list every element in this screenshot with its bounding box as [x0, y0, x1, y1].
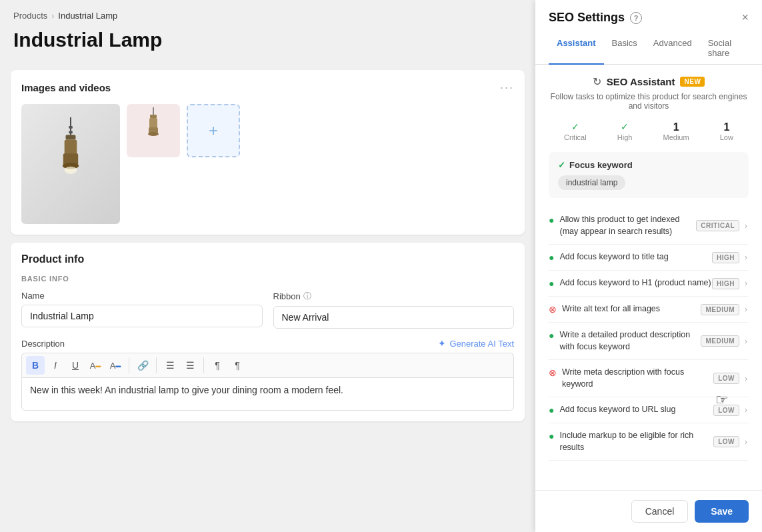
task-index-badge: CRITICAL [696, 220, 739, 231]
toolbar-separator-2 [156, 357, 157, 373]
seo-panel: SEO Settings ? × Assistant Basics Advanc… [535, 0, 762, 532]
name-input[interactable] [21, 305, 263, 327]
images-card: Images and videos ··· [11, 70, 525, 235]
svg-rect-9 [150, 115, 157, 118]
seo-close-button[interactable]: × [741, 11, 749, 25]
task-meta-right: LOW › [713, 373, 749, 385]
images-card-title: Images and videos [21, 82, 111, 93]
generate-ai-button[interactable]: ✦ Generate AI Text [438, 338, 514, 349]
product-thumbnail[interactable] [127, 104, 180, 157]
seo-header: SEO Settings ? × [535, 0, 762, 25]
task-slug-badge: LOW [713, 405, 739, 416]
task-alt-expand[interactable]: › [743, 303, 749, 315]
high-check-icon: ✓ [617, 121, 633, 132]
focus-keyword-title: ✓ Focus keyword [558, 160, 739, 170]
seo-footer: Cancel Save [535, 490, 762, 532]
ordered-list-button[interactable]: ☰ [181, 356, 199, 375]
task-title-tag: ● Add focus keyword to title tag HIGH › [549, 245, 749, 271]
critical-check-icon: ✓ [564, 121, 587, 132]
unordered-list-button[interactable]: ☰ [161, 356, 179, 375]
highlight-button[interactable]: A▬ [86, 356, 105, 375]
task-index-left: ● Allow this product to get indexed (may… [549, 214, 696, 237]
low-label: Low [720, 133, 733, 141]
align-right-button[interactable]: ¶ [228, 356, 247, 375]
task-title-expand[interactable]: › [743, 251, 749, 263]
page-title: Industrial Lamp [0, 26, 535, 62]
task-desc-text: Write a detailed product description wit… [559, 329, 701, 353]
ribbon-input[interactable] [273, 306, 515, 329]
task-index-icon: ● [549, 215, 554, 225]
cancel-button[interactable]: Cancel [631, 500, 689, 523]
underline-button[interactable]: U [66, 356, 85, 375]
text-color-button[interactable]: A▬ [106, 356, 125, 375]
images-options-button[interactable]: ··· [500, 81, 514, 95]
tab-basics[interactable]: Basics [604, 33, 645, 65]
low-value: 1 [720, 121, 733, 133]
task-slug-expand[interactable]: › [743, 404, 749, 416]
task-meta-left: ⊗ Write meta description with focus keyw… [549, 367, 713, 390]
task-h1-expand[interactable]: › [743, 277, 749, 289]
task-meta-badge: LOW [713, 373, 739, 384]
svg-rect-6 [69, 126, 73, 129]
task-rich-icon: ● [549, 431, 554, 441]
product-info-title: Product info [21, 253, 514, 265]
ribbon-label: Ribbon ⓘ [273, 291, 515, 302]
main-product-image[interactable] [21, 104, 120, 224]
task-product-desc: ● Write a detailed product description w… [549, 323, 749, 360]
stat-high: ✓ High [617, 121, 633, 141]
task-index-expand[interactable]: › [743, 220, 749, 232]
task-desc-icon: ● [549, 330, 554, 341]
tab-assistant[interactable]: Assistant [549, 33, 604, 65]
task-slug-left: ● Add focus keyword to URL slug [549, 404, 713, 416]
description-area[interactable]: New in this week! An industrial lamp to … [21, 377, 514, 411]
stat-medium: 1 Medium [663, 121, 689, 141]
task-desc-expand[interactable]: › [743, 335, 749, 347]
editor-toolbar: B I U A▬ A▬ 🔗 ☰ ☰ ¶ ¶ [21, 353, 514, 377]
task-h1-left: ● Add focus keyword to H1 (product name) [549, 277, 712, 289]
tab-advanced[interactable]: Advanced [645, 33, 700, 65]
task-rich-expand[interactable]: › [743, 436, 749, 448]
critical-label: Critical [564, 133, 587, 141]
task-meta-text: Write meta description with focus keywor… [562, 367, 713, 390]
breadcrumb-parent[interactable]: Products [13, 11, 47, 21]
add-icon: + [209, 121, 218, 140]
task-title-text: Add focus keyword to title tag [559, 251, 668, 263]
ai-sparkle-icon: ✦ [438, 338, 446, 349]
task-alt-icon: ⊗ [549, 304, 557, 315]
task-alt-text: ⊗ Write alt text for all images MEDIUM › [549, 297, 749, 323]
task-rich-right: LOW › [713, 436, 749, 448]
stat-low: 1 Low [720, 121, 733, 141]
breadcrumb-separator: › [51, 11, 54, 21]
stats-row: ✓ Critical ✓ High 1 Medium 1 Low [549, 121, 749, 141]
link-button[interactable]: 🔗 [133, 356, 152, 375]
seo-help-icon[interactable]: ? [630, 12, 642, 24]
images-grid: + [21, 104, 514, 224]
focus-keyword-label: Focus keyword [569, 160, 633, 170]
task-index-text: Allow this product to get indexed (may a… [559, 214, 696, 237]
task-meta-expand[interactable]: › [743, 373, 749, 385]
task-h1-right: HIGH › [712, 277, 749, 289]
task-h1-badge: HIGH [712, 278, 739, 289]
task-desc-right: MEDIUM › [701, 335, 749, 347]
toolbar-separator-3 [203, 357, 204, 373]
task-rich-results: ● Include markup to be eligible for rich… [549, 423, 749, 461]
italic-button[interactable]: I [46, 356, 65, 375]
add-image-button[interactable]: + [187, 104, 240, 157]
task-h1-icon: ● [549, 278, 554, 289]
task-title-badge: HIGH [712, 252, 739, 263]
tab-social[interactable]: Social share [700, 33, 749, 65]
save-button[interactable]: Save [695, 500, 749, 523]
toolbar-separator-1 [129, 357, 129, 373]
assistant-refresh-icon: ↻ [593, 75, 601, 88]
align-left-button[interactable]: ¶ [208, 356, 227, 375]
images-card-header: Images and videos ··· [21, 81, 514, 95]
task-url-slug: ● Add focus keyword to URL slug LOW › [549, 397, 749, 423]
seo-tabs: Assistant Basics Advanced Social share [535, 33, 762, 65]
svg-point-12 [148, 132, 159, 136]
bold-button[interactable]: B [26, 356, 45, 375]
task-index: ● Allow this product to get indexed (may… [549, 207, 749, 245]
svg-rect-1 [66, 135, 76, 139]
seo-panel-title: SEO Settings [549, 11, 625, 25]
assistant-title-row: ↻ SEO Assistant NEW [549, 75, 749, 88]
left-panel: Products › Industrial Lamp Industrial La… [0, 0, 535, 532]
